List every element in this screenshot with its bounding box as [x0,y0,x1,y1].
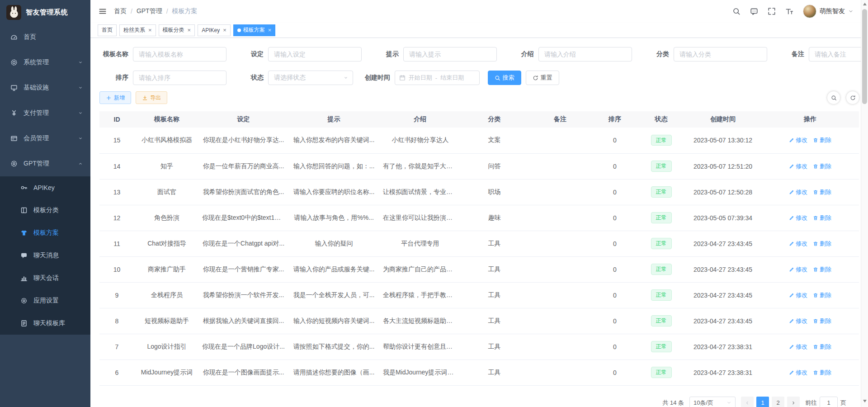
edit-button[interactable]: 修改 [789,317,807,325]
tab-home[interactable]: 首页 [98,24,117,36]
scrollbar[interactable] [861,0,868,407]
cell-setting: 你现在是$text0中的$text1，... [199,205,288,231]
close-icon[interactable]: × [148,27,152,33]
sidebar-item-apikey[interactable]: APIKey [0,176,90,199]
font-size-icon[interactable] [785,7,793,15]
cell-name: 短视频标题助手 [134,308,199,334]
template-name-input[interactable] [133,47,226,62]
close-icon[interactable]: × [268,27,272,33]
status-badge: 正常 [651,264,672,274]
cell-status: 正常 [638,256,684,282]
message-icon[interactable] [750,7,758,15]
edit-button[interactable]: 修改 [789,343,807,351]
filter-label: 备注 [775,50,809,58]
sidebar-item-gpt[interactable]: GPT管理 [0,151,90,176]
cell-category: 趣味 [460,205,528,231]
delete-button[interactable]: 删除 [813,240,831,248]
page-size-select[interactable]: 10条/页 [689,397,736,407]
sidebar-item-template-plan[interactable]: 模板方案 [0,222,90,244]
scrollbar-down-arrow[interactable] [863,400,867,402]
sidebar-item-template-category[interactable]: 模板分类 [0,199,90,222]
delete-button[interactable]: 删除 [813,265,831,274]
column-header: 分类 [460,111,528,128]
remark-input[interactable] [809,47,868,62]
sort-input[interactable] [133,71,226,85]
search-icon[interactable] [732,7,741,15]
search-button[interactable]: 搜索 [488,71,521,85]
edit-button-label: 修改 [796,188,807,196]
delete-icon [813,344,818,350]
cell-actions: 修改删除 [761,128,859,153]
delete-button[interactable]: 删除 [813,162,831,170]
scrollbar-thumb[interactable] [862,9,867,104]
user-menu[interactable]: 萌熊智友 [803,5,854,18]
download-icon [142,95,148,101]
close-icon[interactable]: × [188,27,191,33]
delete-button[interactable]: 删除 [813,214,831,222]
setting-input[interactable] [268,47,362,62]
delete-button[interactable]: 删除 [813,369,831,377]
pagination-page-2[interactable]: 2 [772,397,784,407]
hamburger-icon[interactable] [99,7,107,15]
export-button[interactable]: 导出 [136,91,167,104]
cell-remark [528,205,592,231]
sidebar-item-infrastructure[interactable]: 基础设施 [0,75,90,100]
sidebar-item-system[interactable]: 系统管理 [0,50,90,75]
sidebar-item-chat-session[interactable]: 聊天会话 [0,267,90,289]
delete-button-label: 删除 [820,317,831,325]
pagination-page-1[interactable]: 1 [756,397,769,407]
sidebar-item-chat-template-lib[interactable]: 聊天模板库 [0,312,90,335]
delete-button[interactable]: 删除 [813,291,831,299]
delete-button[interactable]: 删除 [813,188,831,196]
delete-button-label: 删除 [820,240,831,248]
edit-icon [789,137,794,143]
pagination-prev-button[interactable] [741,397,754,407]
edit-button[interactable]: 修改 [789,240,807,248]
delete-button[interactable]: 删除 [813,343,831,351]
refresh-table-button[interactable] [846,91,859,104]
edit-button[interactable]: 修改 [789,162,807,170]
cell-status: 正常 [638,308,684,334]
app-logo[interactable]: 智友管理系统 [0,0,90,24]
edit-button[interactable]: 修改 [789,136,807,144]
tab-template-plan[interactable]: 模板方案× [233,24,276,36]
delete-button[interactable]: 删除 [813,136,831,144]
toggle-search-button[interactable] [827,91,840,104]
cell-remark [528,231,592,256]
pagination-next-button[interactable] [787,397,800,407]
edit-button[interactable]: 修改 [789,265,807,274]
tab-template-category[interactable]: 模板分类× [159,24,195,36]
tab-apikey[interactable]: APIKey× [198,24,231,36]
add-button[interactable]: 新增 [99,91,131,104]
sidebar-item-app-settings[interactable]: 应用设置 [0,289,90,312]
close-icon[interactable]: × [223,27,226,33]
sidebar-item-payment[interactable]: 支付管理 [0,100,90,126]
fullscreen-icon[interactable] [768,7,776,15]
category-input[interactable] [674,47,767,62]
cell-prompt: 请输入你的产品或服务关键... [288,256,380,282]
sidebar-item-home[interactable]: 首页 [0,24,90,50]
delete-button[interactable]: 删除 [813,317,831,325]
edit-button[interactable]: 修改 [789,188,807,196]
tab-fans[interactable]: 粉丝关系× [119,24,156,36]
edit-button[interactable]: 修改 [789,369,807,377]
goto-page-input[interactable] [820,397,838,407]
edit-button[interactable]: 修改 [789,214,807,222]
intro-input[interactable] [538,47,632,62]
date-range-picker[interactable]: 开始日期 - 结束日期 [395,71,480,85]
delete-button-label: 删除 [820,291,831,299]
edit-button[interactable]: 修改 [789,291,807,299]
add-button-label: 新增 [114,94,125,102]
chat-template-icon [20,320,28,327]
sidebar-item-chat-message[interactable]: 聊天消息 [0,244,90,267]
breadcrumb-item[interactable]: GPT管理 [137,7,162,15]
edit-button-label: 修改 [796,343,807,351]
breadcrumb-item[interactable]: 首页 [114,7,127,15]
scrollbar-up-arrow[interactable] [863,3,867,5]
sidebar-item-label: 首页 [24,33,36,41]
reset-button[interactable]: 重置 [526,71,559,85]
prompt-input[interactable] [403,47,497,62]
goto-page-unit: 页 [840,399,846,407]
sidebar-item-member[interactable]: 会员管理 [0,126,90,151]
status-select[interactable]: 请选择状态 [268,71,353,85]
